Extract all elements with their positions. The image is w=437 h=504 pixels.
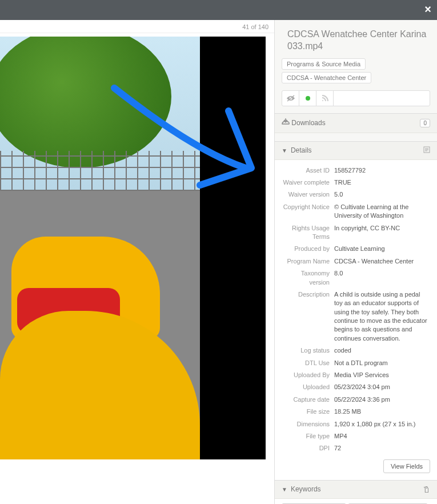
view-fields-button[interactable]: View Fields (383, 459, 430, 473)
breadcrumb-item[interactable]: CDCSA - Wenatchee Center (282, 72, 371, 83)
close-icon[interactable]: × (424, 3, 431, 16)
detail-value: 05/22/2024 3:36 pm (334, 395, 430, 404)
detail-row: Uploaded ByMedia VIP Services (282, 369, 430, 381)
downloads-header[interactable]: Downloads 0 (275, 114, 437, 133)
detail-label: Taxonomy version (282, 269, 334, 287)
detail-value: 72 (334, 444, 430, 453)
details-section: ▼ Details Asset ID158527792Waiver comple… (275, 141, 437, 480)
breadcrumbs: Programs & Source MediaCDCSA - Wenatchee… (275, 58, 437, 90)
detail-value: 1,920 x 1,080 px (27 x 15 in.) (334, 420, 430, 429)
detail-value: 158527792 (334, 166, 430, 175)
detail-row: Capture date05/22/2024 3:36 pm (282, 394, 430, 406)
detail-value: Cultivate Learning (334, 245, 430, 253)
downloads-label: Downloads (291, 119, 325, 127)
detail-label: Asset ID (282, 166, 334, 175)
detail-value: Media VIP Services (334, 371, 430, 379)
detail-row: Rights Usage TermsIn copyright, CC BY-NC (282, 222, 430, 243)
detail-row: Program NameCDCSA - Wenatchee Center (282, 255, 430, 267)
asset-title-text: CDCSA Wenatchee Center Karina 033.mp4 (287, 29, 426, 51)
expand-icon[interactable]: ⇥ (274, 23, 275, 33)
detail-label: Uploaded (282, 383, 334, 391)
detail-value: coded (334, 346, 430, 355)
detail-label: File type (282, 432, 334, 441)
downloads-count: 0 (420, 119, 430, 127)
detail-label: DPI (282, 444, 334, 453)
details-header[interactable]: ▼ Details (275, 142, 437, 160)
keywords-body: Content of Activity xLanguage developmen… (275, 499, 437, 504)
detail-label: Capture date (282, 395, 334, 404)
detail-row: Copyright Notice© Cultivate Learning at … (282, 201, 430, 222)
breadcrumb-item[interactable]: Programs & Source Media (282, 58, 366, 70)
status-indicator (299, 90, 316, 106)
detail-value: MP4 (334, 432, 430, 441)
detail-row: File size18.25 MB (282, 406, 430, 418)
detail-label: Dimensions (282, 420, 334, 429)
detail-row: Waiver version5.0 (282, 189, 430, 201)
detail-row: Dimensions1,920 x 1,080 px (27 x 15 in.) (282, 418, 430, 430)
detail-value: 5.0 (334, 190, 430, 199)
detail-row: Taxonomy version8.0 (282, 267, 430, 289)
item-counter: 41 of 140 (0, 20, 274, 33)
detail-label: File size (282, 407, 334, 416)
details-body: Asset ID158527792Waiver completeTRUEWaiv… (275, 160, 437, 480)
detail-value: 8.0 (334, 269, 430, 287)
detail-row: Asset ID158527792 (282, 165, 430, 177)
preview-pane: 41 of 140 (0, 20, 274, 504)
collapse-icon: ▼ (282, 486, 287, 493)
visibility-icon[interactable] (282, 90, 299, 106)
detail-label: Waiver version (282, 190, 334, 199)
detail-label: Rights Usage Terms (282, 224, 334, 242)
detail-value: 05/23/2024 3:04 pm (334, 383, 430, 391)
metadata-panel: ⇥ CDCSA Wenatchee Center Karina 033.mp4 … (274, 20, 437, 504)
detail-value: CDCSA - Wenatchee Center (334, 257, 430, 266)
notes-icon[interactable] (423, 146, 430, 155)
detail-value: © Cultivate Learning at the University o… (334, 203, 430, 221)
keywords-header[interactable]: ▼ Keywords 🏷 (275, 481, 437, 499)
detail-label: Program Name (282, 257, 334, 266)
detail-row: DTL UseNot a DTL program (282, 357, 430, 369)
download-icon (282, 118, 290, 128)
detail-label: Produced by (282, 245, 334, 253)
detail-label: Log status (282, 346, 334, 355)
detail-value: A child is outside using a pedal toy as … (334, 290, 430, 343)
detail-row: Produced byCultivate Learning (282, 243, 430, 255)
keywords-title: Keywords (291, 485, 321, 493)
detail-label: Copyright Notice (282, 203, 334, 221)
detail-value: 18.25 MB (334, 407, 430, 416)
detail-label: Waiver complete (282, 178, 334, 187)
detail-row: DPI72 (282, 442, 430, 454)
detail-label: Uploaded By (282, 371, 334, 379)
detail-row: Log statuscoded (282, 345, 430, 357)
detail-value: In copyright, CC BY-NC (334, 224, 430, 242)
detail-row: File typeMP4 (282, 430, 430, 442)
detail-label: Description (282, 290, 334, 343)
detail-row: Uploaded05/23/2024 3:04 pm (282, 381, 430, 393)
detail-label: DTL Use (282, 359, 334, 367)
status-toolbar (282, 90, 430, 106)
collapse-icon: ▼ (282, 147, 287, 154)
detail-value: Not a DTL program (334, 359, 430, 367)
video-preview[interactable] (0, 37, 266, 459)
asset-title: ⇥ CDCSA Wenatchee Center Karina 033.mp4 (275, 20, 437, 58)
detail-row: Waiver completeTRUE (282, 177, 430, 189)
top-bar: × (0, 0, 437, 20)
details-title: Details (291, 146, 312, 154)
tag-icon: 🏷 (422, 486, 431, 493)
detail-value: TRUE (334, 178, 430, 187)
downloads-section: Downloads 0 (275, 113, 437, 133)
keywords-section: ▼ Keywords 🏷 Content of Activity xLangua… (275, 480, 437, 504)
detail-row: DescriptionA child is outside using a pe… (282, 289, 430, 345)
rss-icon[interactable] (316, 90, 334, 106)
